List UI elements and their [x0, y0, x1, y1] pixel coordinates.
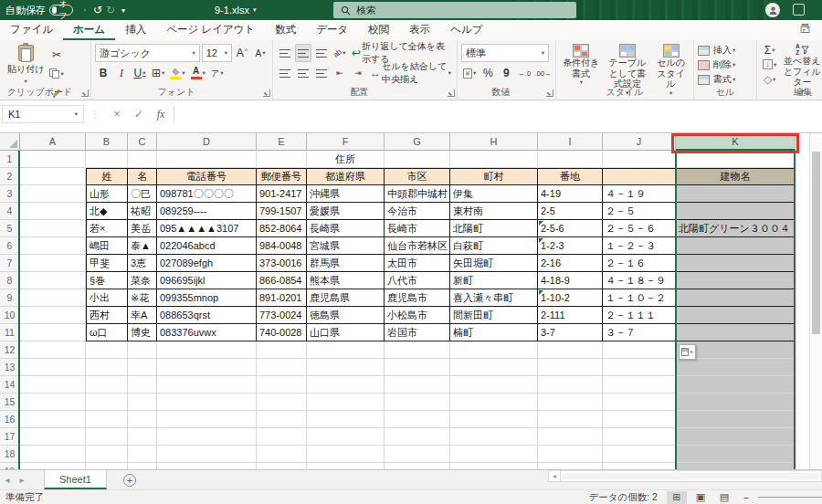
cell-I12[interactable] — [538, 341, 603, 359]
ribbon-tab-3[interactable]: ページ レイアウト — [156, 20, 265, 40]
cell-C7[interactable]: 3恵 — [128, 255, 157, 272]
bold-button[interactable]: B — [95, 64, 111, 82]
autosave-toggle[interactable]: 自動保存 オフ — [0, 0, 79, 20]
cell-D8[interactable]: 096695ijkl — [157, 272, 257, 289]
cell-K4[interactable] — [676, 203, 796, 220]
cell-B14[interactable] — [86, 376, 128, 394]
cell-H8[interactable]: 新町 — [450, 272, 538, 289]
cell-B17[interactable] — [86, 428, 128, 446]
document-title[interactable]: 9-1.xlsx ▾ — [215, 0, 256, 20]
cell-F9[interactable]: 鹿児島県 — [307, 289, 385, 307]
column-header-D[interactable]: D — [157, 133, 257, 151]
cell-E19[interactable] — [257, 463, 307, 469]
cell-K2[interactable]: 建物名 — [676, 168, 796, 185]
ribbon-tab-2[interactable]: 挿入 — [115, 20, 156, 40]
column-header-B[interactable]: B — [86, 133, 128, 151]
cell-F13[interactable] — [307, 359, 385, 376]
cell-B3[interactable]: 山形 — [86, 185, 128, 203]
cell-A3[interactable] — [20, 185, 86, 203]
column-header-E[interactable]: E — [257, 133, 307, 151]
cell-B18[interactable] — [86, 446, 128, 463]
cell-C9[interactable]: ※花 — [128, 289, 157, 307]
cell-F16[interactable] — [307, 411, 385, 428]
toolbar-customize-button[interactable]: ▾ — [117, 4, 130, 16]
cell-B7[interactable]: 甲斐 — [86, 255, 128, 272]
cell-E4[interactable]: 799-1507 — [257, 203, 307, 220]
cell-F12[interactable] — [307, 341, 385, 359]
row-header-16[interactable]: 16 — [0, 411, 20, 428]
cell-F1[interactable]: 住所 — [307, 151, 385, 168]
decrease-decimal-button[interactable]: .00→ — [534, 64, 552, 82]
cell-F15[interactable] — [307, 394, 385, 411]
cell-E14[interactable] — [257, 376, 307, 394]
cell-C6[interactable]: 泰▲ — [128, 237, 157, 255]
font-size-select[interactable]: 12▾ — [202, 44, 232, 62]
cell-K13[interactable] — [676, 359, 796, 376]
ribbon-tab-1[interactable]: ホーム — [63, 20, 115, 40]
cell-I10[interactable]: 2-111 — [538, 307, 603, 324]
sheet-tab-sheet1[interactable]: Sheet1 — [44, 470, 107, 489]
cell-G11[interactable]: 岩国市 — [385, 324, 450, 341]
align-middle-button[interactable] — [295, 44, 311, 62]
ribbon-tab-4[interactable]: 数式 — [265, 20, 306, 40]
cell-I11[interactable]: 3-7 — [538, 324, 603, 341]
column-header-G[interactable]: G — [385, 133, 450, 151]
cell-H3[interactable]: 伊集 — [450, 185, 538, 203]
cell-I18[interactable] — [538, 446, 603, 463]
cell-B15[interactable] — [86, 394, 128, 411]
row-header-13[interactable]: 13 — [0, 359, 20, 376]
horizontal-scrollbar[interactable]: ◂ — [548, 470, 822, 482]
sheet-nav-right-button[interactable]: ▸ — [15, 470, 29, 489]
cell-C2[interactable]: 名 — [128, 168, 157, 185]
cell-H10[interactable]: 間新田町 — [450, 307, 538, 324]
cell-A7[interactable] — [20, 255, 86, 272]
cell-C10[interactable]: 幸A — [128, 307, 157, 324]
cell-B10[interactable]: 西村 — [86, 307, 128, 324]
cell-I6[interactable]: 1-2-3 — [538, 237, 603, 255]
cell-H5[interactable]: 北陽町 — [450, 220, 538, 237]
row-header-9[interactable]: 9 — [0, 289, 20, 307]
cell-C17[interactable] — [128, 428, 157, 446]
cell-A19[interactable] — [20, 463, 86, 469]
cell-J5[interactable]: ２－５－６ — [603, 220, 676, 237]
cell-B11[interactable]: ω口 — [86, 324, 128, 341]
column-header-A[interactable]: A — [20, 133, 86, 151]
cell-J7[interactable]: ２－１６ — [603, 255, 676, 272]
formula-input[interactable] — [174, 105, 822, 123]
cell-H15[interactable] — [450, 394, 538, 411]
cell-A2[interactable] — [20, 168, 86, 185]
cell-I5[interactable]: 2-5-6 — [538, 220, 603, 237]
cell-K11[interactable] — [676, 324, 796, 341]
cell-E11[interactable]: 740-0028 — [257, 324, 307, 341]
cell-H19[interactable] — [450, 463, 538, 469]
cell-I4[interactable]: 2-5 — [538, 203, 603, 220]
row-header-5[interactable]: 5 — [0, 220, 20, 237]
page-break-view-button[interactable]: ▤ — [714, 491, 734, 504]
row-header-17[interactable]: 17 — [0, 428, 20, 446]
increase-font-button[interactable]: A^ — [234, 44, 250, 62]
undo-button[interactable]: ↺ — [91, 4, 104, 16]
cell-K16[interactable] — [676, 411, 796, 428]
cell-A14[interactable] — [20, 376, 86, 394]
vertical-scrollbar-thumb[interactable] — [812, 152, 820, 334]
fill-button[interactable]: ↓▾ — [761, 58, 778, 71]
cell-A11[interactable] — [20, 324, 86, 341]
cell-A16[interactable] — [20, 411, 86, 428]
cell-F8[interactable]: 熊本県 — [307, 272, 385, 289]
page-layout-view-button[interactable]: ▣ — [690, 491, 711, 504]
cell-C16[interactable] — [128, 411, 157, 428]
cell-F19[interactable] — [307, 463, 385, 469]
cell-D5[interactable]: 095▲▲▲▲3107 — [157, 220, 257, 237]
row-header-2[interactable]: 2 — [0, 168, 20, 185]
italic-button[interactable]: I — [113, 64, 130, 82]
cell-H11[interactable]: 楠町 — [450, 324, 538, 341]
cell-B4[interactable]: 北◆ — [86, 203, 128, 220]
ribbon-tab-6[interactable]: 校閲 — [358, 20, 399, 40]
cell-I16[interactable] — [538, 411, 603, 428]
save-button[interactable] — [79, 4, 91, 16]
cell-E16[interactable] — [257, 411, 307, 428]
column-header-H[interactable]: H — [450, 133, 538, 151]
cell-E1[interactable] — [257, 151, 307, 168]
cell-J16[interactable] — [603, 411, 676, 428]
cell-G7[interactable]: 太田市 — [385, 255, 450, 272]
